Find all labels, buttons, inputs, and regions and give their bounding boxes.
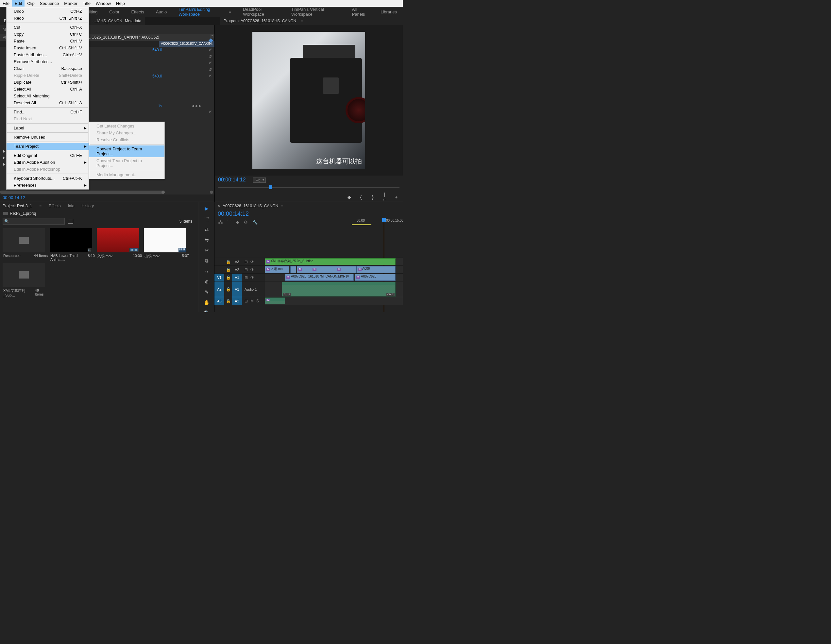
add-button-icon[interactable]: +	[393, 194, 399, 200]
menu-item-select-all[interactable]: Select AllCtrl+A	[6, 86, 89, 92]
menu-title[interactable]: Title	[80, 0, 93, 6]
lock-icon[interactable]: 🔒	[224, 297, 232, 305]
workspace-menu-icon[interactable]: ≡	[229, 10, 231, 14]
menu-sequence[interactable]: Sequence	[37, 0, 62, 6]
lock-icon[interactable]: 🔒	[224, 258, 232, 266]
timeline-tool-0[interactable]: ▶	[203, 205, 210, 213]
track-target[interactable]: A2	[232, 297, 242, 305]
menu-marker[interactable]: Marker	[62, 0, 80, 6]
scrollbar-thumb[interactable]	[0, 191, 164, 194]
project-item[interactable]: Resources44 Items	[3, 228, 48, 262]
workspace-timpan-vertical[interactable]: TimPan's Vertical Workspace	[285, 7, 346, 17]
track-lane[interactable]: fxA007C625_1610187M_CANON.MXF [VfxA007C6…	[265, 274, 403, 281]
lock-icon[interactable]: 🔒	[224, 281, 232, 297]
view-grid-icon[interactable]	[68, 219, 73, 224]
marker-icon[interactable]: ◆	[236, 220, 239, 224]
disclosure-icon[interactable]	[3, 157, 5, 159]
track-lane[interactable]: fx	[265, 297, 403, 305]
panel-menu-icon[interactable]: ≡	[39, 204, 41, 208]
menu-item-preferences[interactable]: Preferences▶	[6, 182, 89, 189]
effect-controls-timecode[interactable]: 00:00:14:12	[0, 194, 215, 202]
effects-tab[interactable]: Effects	[49, 204, 60, 208]
project-thumbnail[interactable]: ▮▮▮▮	[97, 228, 139, 252]
menu-file[interactable]: File	[0, 0, 12, 6]
reset-icon[interactable]: ↺	[209, 74, 212, 78]
ec-property-value[interactable]: 540.0	[152, 74, 162, 78]
track-target[interactable]: A1	[232, 281, 242, 297]
menu-item-paste[interactable]: PasteCtrl+V	[6, 38, 89, 45]
timeline-tool-9[interactable]: ✋	[203, 299, 210, 307]
clip[interactable]: fxA007C625	[355, 274, 396, 281]
source-patch[interactable]	[215, 266, 224, 273]
info-tab[interactable]: Info	[68, 204, 75, 208]
timeline-tool-8[interactable]: ✎	[203, 288, 210, 296]
clip[interactable]: fxA007C625_1610187M_CANON.MXF [V	[285, 274, 354, 281]
program-timecode[interactable]: 00:00:14:12	[218, 177, 246, 183]
track-output-icon[interactable]: ⊟	[245, 267, 248, 272]
menu-clip[interactable]: Clip	[24, 0, 37, 6]
program-zoom-dropdown[interactable]: Fit	[253, 178, 266, 183]
eye-icon[interactable]: 👁	[250, 275, 254, 280]
out-point-icon[interactable]: }	[370, 194, 375, 200]
linked-selection-icon[interactable]: ⌒	[227, 219, 231, 225]
workspace-libraries[interactable]: Libraries	[375, 7, 403, 17]
menu-item-deselect-all[interactable]: Deselect AllCtrl+Shift+A	[6, 99, 89, 106]
project-item[interactable]: ▮▮ ▮▮出场.mov5:07	[144, 228, 189, 262]
track-output-icon[interactable]: ⊟	[245, 259, 248, 264]
menu-item-paste-attributes-[interactable]: Paste Attributes...Ctrl+Alt+V	[6, 51, 89, 58]
scroll-up-icon[interactable]: ▲	[210, 34, 215, 38]
ec-horizontal-scrollbar[interactable]	[0, 190, 215, 194]
source-tab-metadata[interactable]: Metadata	[125, 19, 141, 23]
menu-item-keyboard-shortcuts-[interactable]: Keyboard Shortcuts...Ctrl+Alt+K	[6, 175, 89, 182]
menu-item-redo[interactable]: RedoCtrl+Shift+Z	[6, 15, 89, 22]
marker-icon[interactable]: ◆	[347, 194, 352, 200]
ec-property-value[interactable]: 540.0	[152, 48, 162, 52]
close-sequence-icon[interactable]: ×	[218, 204, 220, 208]
menu-item-remove-attributes-[interactable]: Remove Attributes...	[6, 58, 89, 65]
lock-icon[interactable]: 🔒	[224, 266, 232, 273]
program-viewport[interactable]: 这台机器可以拍	[215, 25, 403, 175]
menu-item-team-project[interactable]: Team Project▶	[6, 143, 89, 150]
menu-item-select-all-matching[interactable]: Select All Matching	[6, 92, 89, 99]
menu-item-cut[interactable]: CutCtrl+X	[6, 24, 89, 31]
menu-item-duplicate[interactable]: DuplicateCtrl+Shift+/	[6, 79, 89, 86]
menu-item-edit-in-adobe-audition[interactable]: Edit in Adobe Audition▶	[6, 159, 89, 166]
program-scrubber[interactable]	[218, 185, 400, 190]
project-thumbnail[interactable]: ▸▸	[50, 228, 92, 252]
project-file-row[interactable]: Red-3_1.prproj	[0, 210, 199, 217]
disclosure-icon[interactable]	[3, 150, 5, 153]
in-point-icon[interactable]: {	[358, 194, 363, 200]
project-tab[interactable]: Project: Red-3_1	[3, 204, 32, 208]
timeline-tool-1[interactable]: ⬚	[203, 215, 210, 223]
reset-icon[interactable]: ↺	[209, 48, 212, 52]
clip[interactable]: Ch. 2Ch. 2	[282, 282, 396, 296]
project-item[interactable]: ▸▸NAB Lower Third Animat…8:10	[50, 228, 96, 262]
reset-icon[interactable]: ↺	[209, 110, 212, 114]
effect-controls-mini-timeline[interactable]: ▲	[159, 34, 215, 41]
workspace-timpan-editing[interactable]: TimPan's Editing Workspace ≡	[173, 7, 237, 17]
disclosure-icon[interactable]	[3, 163, 5, 166]
sequence-name[interactable]: A007C626_161018HS_CANON	[223, 204, 278, 208]
source-patch[interactable]	[215, 258, 224, 266]
reset-icon[interactable]: ↺	[209, 61, 212, 65]
playhead-icon[interactable]	[269, 185, 272, 189]
menu-item-edit-original[interactable]: Edit OriginalCtrl+E	[6, 152, 89, 159]
go-to-in-icon[interactable]: |←	[382, 192, 387, 202]
program-panel-menu-icon[interactable]: ≡	[301, 19, 303, 23]
eye-icon[interactable]: 👁	[250, 259, 254, 264]
timeline-tool-4[interactable]: ✂	[203, 246, 210, 254]
project-thumbnail[interactable]: ▮▮ ▮▮	[144, 228, 186, 252]
effect-controls-timeline-clip[interactable]: A006C620_161018XV_CANON.	[159, 41, 215, 47]
scrollbar-handle[interactable]	[161, 191, 165, 194]
timeline-tool-2[interactable]: ⇄	[203, 226, 210, 234]
menu-item-remove-unused[interactable]: Remove Unused	[6, 134, 89, 141]
menu-edit[interactable]: Edit	[12, 0, 24, 6]
scrollbar-handle[interactable]	[210, 191, 213, 194]
clip[interactable]: fx	[265, 297, 285, 304]
source-patch[interactable]: A2	[215, 281, 224, 297]
track-target[interactable]: V1	[232, 274, 242, 281]
project-item[interactable]: ▮▮▮▮入场.mov10:00	[97, 228, 143, 262]
timeline-timecode[interactable]: 00:00:14:12	[215, 210, 403, 218]
workspace-effects[interactable]: Effects	[125, 7, 150, 17]
solo-icon[interactable]: S	[256, 299, 259, 304]
